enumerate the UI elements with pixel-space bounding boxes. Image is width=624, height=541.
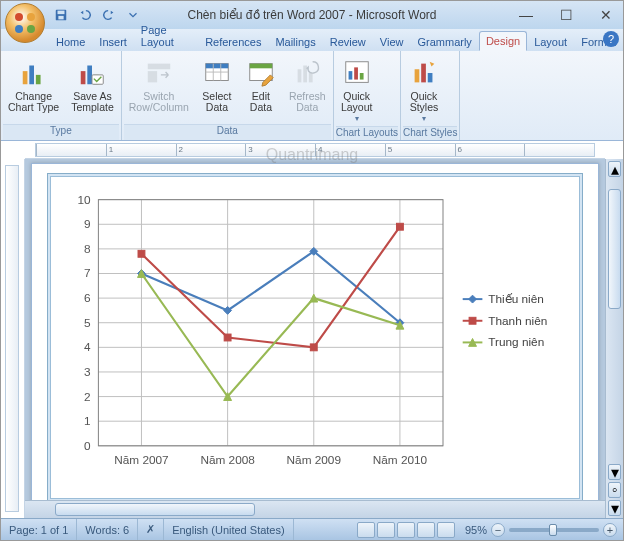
quick-layout-button[interactable]: Quick Layout ▾ (336, 54, 378, 126)
maximize-button[interactable]: ☐ (553, 5, 579, 25)
group-label-chart-styles: Chart Styles (403, 126, 457, 140)
page: 012345678910Năm 2007Năm 2008Năm 2009Năm … (31, 163, 599, 514)
svg-text:Thiếu niên: Thiếu niên (488, 292, 544, 306)
minimize-button[interactable]: — (513, 5, 539, 25)
svg-text:4: 4 (84, 340, 91, 354)
svg-rect-22 (250, 64, 273, 69)
office-button[interactable] (5, 3, 45, 43)
svg-text:Năm 2010: Năm 2010 (373, 453, 428, 467)
group-data: Switch Row/Column Select Data Edit Data … (122, 51, 334, 140)
svg-rect-28 (354, 67, 358, 79)
scroll-thumb-vertical[interactable] (608, 189, 621, 309)
svg-text:Năm 2008: Năm 2008 (200, 453, 255, 467)
change-chart-type-button[interactable]: Change Chart Type (3, 54, 64, 116)
svg-rect-71 (469, 317, 476, 324)
svg-rect-17 (206, 64, 229, 69)
svg-text:0: 0 (84, 439, 91, 453)
zoom-level[interactable]: 95% (465, 524, 487, 536)
scrollbar-vertical[interactable]: ▴ ▾ ◦ ▾ (605, 159, 623, 518)
prev-page-button[interactable]: ◦ (608, 482, 621, 498)
svg-rect-14 (148, 64, 171, 70)
ruler-horizontal[interactable]: 123456 (25, 141, 605, 159)
chart-svg: 012345678910Năm 2007Năm 2008Năm 2009Năm … (59, 183, 571, 492)
tab-references[interactable]: References (198, 32, 268, 51)
full-screen-view[interactable] (377, 522, 395, 538)
group-type: Change Chart Type Save As Template Type (1, 51, 122, 140)
svg-rect-32 (428, 73, 433, 82)
chevron-down-icon: ▾ (355, 114, 359, 123)
language-indicator[interactable]: English (United States) (164, 519, 294, 540)
tab-review[interactable]: Review (323, 32, 373, 51)
svg-point-2 (15, 25, 23, 33)
print-layout-view[interactable] (357, 522, 375, 538)
tab-layout[interactable]: Layout (527, 32, 574, 51)
select-data-button[interactable]: Select Data (196, 54, 238, 116)
svg-rect-66 (310, 344, 317, 351)
svg-text:3: 3 (84, 365, 91, 379)
page-indicator[interactable]: Page: 1 of 1 (1, 519, 77, 540)
quick-styles-button[interactable]: Quick Styles ▾ (403, 54, 445, 126)
zoom-slider[interactable] (509, 528, 599, 532)
svg-text:10: 10 (77, 193, 91, 207)
tab-page-layout[interactable]: Page Layout (134, 20, 198, 51)
redo-button[interactable] (99, 5, 119, 25)
svg-rect-15 (148, 71, 157, 82)
document-area[interactable]: 012345678910Năm 2007Năm 2008Năm 2009Năm … (25, 159, 605, 518)
chart-type-icon (18, 57, 50, 89)
close-button[interactable]: ✕ (593, 5, 619, 25)
svg-rect-5 (58, 11, 65, 15)
ribbon-tabs: Home Insert Page Layout References Maili… (1, 29, 623, 51)
save-as-template-button[interactable]: Save As Template (66, 54, 119, 116)
outline-view[interactable] (417, 522, 435, 538)
svg-rect-9 (35, 75, 40, 84)
zoom-control: 95% − + (459, 523, 623, 537)
quick-layout-icon (341, 57, 373, 89)
quick-styles-icon (408, 57, 440, 89)
tab-design[interactable]: Design (479, 31, 527, 51)
titlebar: Chèn biểu đồ trên Word 2007 - Microsoft … (1, 1, 623, 29)
ruler-vertical[interactable] (1, 159, 25, 518)
refresh-icon (291, 57, 323, 89)
svg-point-1 (27, 13, 35, 21)
switch-row-column-button: Switch Row/Column (124, 54, 194, 116)
zoom-slider-knob[interactable] (549, 524, 557, 536)
help-button[interactable]: ? (603, 31, 619, 47)
refresh-data-button: Refresh Data (284, 54, 331, 116)
save-button[interactable] (51, 5, 71, 25)
tab-view[interactable]: View (373, 32, 411, 51)
edit-data-button[interactable]: Edit Data (240, 54, 282, 116)
scrollbar-horizontal[interactable] (25, 500, 605, 518)
group-label-data: Data (124, 124, 331, 140)
window-title: Chèn biểu đồ trên Word 2007 - Microsoft … (188, 8, 437, 22)
quick-access-toolbar (51, 5, 143, 25)
proofing-icon: ✗ (146, 523, 155, 536)
web-layout-view[interactable] (397, 522, 415, 538)
tab-insert[interactable]: Insert (92, 32, 134, 51)
next-page-button[interactable]: ▾ (608, 500, 621, 516)
word-count[interactable]: Words: 6 (77, 519, 138, 540)
tab-home[interactable]: Home (49, 32, 92, 51)
svg-rect-31 (421, 64, 426, 83)
ribbon: Change Chart Type Save As Template Type … (1, 51, 623, 141)
svg-point-3 (27, 25, 35, 33)
scroll-up-button[interactable]: ▴ (608, 161, 621, 177)
svg-text:Trung niên: Trung niên (488, 335, 544, 349)
svg-text:Thanh niên: Thanh niên (488, 314, 547, 328)
zoom-out-button[interactable]: − (491, 523, 505, 537)
undo-button[interactable] (75, 5, 95, 25)
tab-grammarly[interactable]: Grammarly (410, 32, 478, 51)
svg-text:Năm 2009: Năm 2009 (287, 453, 341, 467)
zoom-in-button[interactable]: + (603, 523, 617, 537)
scroll-down-button[interactable]: ▾ (608, 464, 621, 480)
status-bar: Page: 1 of 1 Words: 6 ✗ English (United … (1, 518, 623, 540)
tab-mailings[interactable]: Mailings (268, 32, 322, 51)
svg-rect-11 (88, 66, 93, 85)
svg-rect-25 (309, 73, 313, 82)
chevron-down-icon: ▾ (422, 114, 426, 123)
svg-rect-67 (396, 223, 403, 230)
proofing-button[interactable]: ✗ (138, 519, 164, 540)
draft-view[interactable] (437, 522, 455, 538)
scroll-thumb-horizontal[interactable] (55, 503, 255, 516)
chart-object[interactable]: 012345678910Năm 2007Năm 2008Năm 2009Năm … (50, 176, 580, 499)
svg-rect-64 (138, 250, 145, 257)
